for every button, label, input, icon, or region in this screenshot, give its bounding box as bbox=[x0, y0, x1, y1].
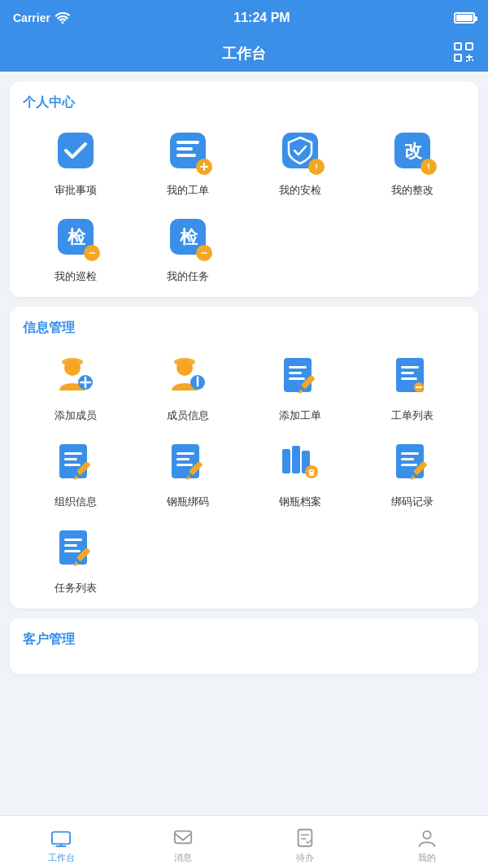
message-tab-label: 消息 bbox=[174, 852, 192, 864]
svg-text:改: 改 bbox=[404, 141, 423, 161]
personal-center-title: 个人中心 bbox=[23, 94, 465, 111]
todo-tab-label: 待办 bbox=[296, 852, 314, 864]
svg-rect-12 bbox=[176, 154, 196, 157]
worklist-icon bbox=[388, 351, 437, 400]
approve-icon bbox=[51, 126, 100, 175]
mywork-icon-wrapper bbox=[162, 124, 214, 177]
addmember-item[interactable]: 添加成员 bbox=[23, 350, 129, 423]
svg-point-18 bbox=[316, 168, 317, 170]
svg-rect-10 bbox=[176, 141, 199, 144]
rectify-label: 我的整改 bbox=[391, 183, 434, 198]
mywork-label: 我的工单 bbox=[167, 183, 209, 198]
bindrecord-icon-wrapper bbox=[386, 436, 438, 488]
svg-rect-50 bbox=[401, 372, 414, 374]
customer-management-title: 客户管理 bbox=[23, 631, 465, 648]
personal-center-grid: 审批事项 bbox=[23, 124, 465, 284]
worklist-item[interactable]: 工单列表 bbox=[359, 350, 465, 423]
patrol-icon-wrapper: 检 bbox=[50, 211, 102, 263]
addmember-icon-wrapper bbox=[50, 350, 102, 402]
mytask-badge bbox=[196, 245, 212, 261]
svg-rect-71 bbox=[396, 444, 424, 478]
svg-rect-67 bbox=[292, 446, 300, 473]
svg-rect-42 bbox=[284, 358, 312, 392]
workbench-tab-icon bbox=[50, 827, 72, 848]
mywork-badge bbox=[196, 159, 212, 175]
orginfo-icon-wrapper bbox=[50, 436, 102, 488]
svg-rect-73 bbox=[401, 458, 414, 460]
svg-rect-87 bbox=[298, 829, 312, 845]
tab-mine[interactable]: 我的 bbox=[366, 821, 488, 864]
svg-rect-2 bbox=[455, 55, 461, 61]
patrol-badge-inner bbox=[87, 248, 97, 258]
tasklist-icon bbox=[51, 524, 100, 573]
svg-rect-70 bbox=[309, 472, 314, 476]
mytask-badge-icon bbox=[199, 248, 209, 258]
svg-point-23 bbox=[428, 168, 429, 170]
orginfo-item[interactable]: 组织信息 bbox=[23, 436, 129, 509]
info-management-title: 信息管理 bbox=[23, 320, 465, 337]
message-tab-icon bbox=[172, 827, 194, 848]
addwork-item[interactable]: 添加工单 bbox=[247, 350, 353, 423]
tasklist-item[interactable]: 任务列表 bbox=[23, 522, 129, 595]
patrol-badge bbox=[84, 245, 100, 261]
svg-rect-49 bbox=[401, 366, 419, 369]
bindbottle-label: 钢瓶绑码 bbox=[167, 495, 209, 509]
tasklist-label: 任务列表 bbox=[54, 581, 97, 595]
tab-workbench[interactable]: 工作台 bbox=[0, 821, 122, 864]
status-right bbox=[454, 12, 475, 24]
bindbottle-item[interactable]: 钢瓶绑码 bbox=[135, 436, 241, 509]
orginfo-icon bbox=[51, 438, 100, 486]
wifi-icon bbox=[55, 12, 70, 24]
scroll-content: 个人中心 审批事项 bbox=[0, 72, 488, 731]
carrier-label: Carrier bbox=[13, 11, 50, 24]
safety-item[interactable]: 我的安检 bbox=[247, 124, 353, 198]
svg-rect-74 bbox=[401, 464, 417, 466]
bindrecord-item[interactable]: 绑码记录 bbox=[359, 436, 465, 509]
svg-point-33 bbox=[62, 358, 83, 366]
memberinfo-icon bbox=[163, 351, 212, 400]
svg-point-90 bbox=[423, 831, 430, 838]
approve-label: 审批事项 bbox=[54, 183, 97, 198]
svg-rect-77 bbox=[59, 530, 87, 565]
svg-rect-55 bbox=[64, 452, 82, 455]
svg-rect-43 bbox=[289, 366, 307, 369]
safety-icon-wrapper bbox=[274, 124, 326, 177]
mine-tab-icon bbox=[416, 827, 438, 848]
svg-rect-60 bbox=[172, 444, 199, 478]
safety-badge-icon bbox=[312, 162, 321, 172]
svg-rect-79 bbox=[64, 544, 77, 547]
svg-point-41 bbox=[197, 377, 199, 379]
mytask-icon-wrapper: 检 bbox=[162, 211, 214, 263]
svg-rect-44 bbox=[289, 372, 302, 374]
memberinfo-item[interactable]: 成员信息 bbox=[135, 350, 241, 423]
status-bar: Carrier 11:24 PM bbox=[0, 0, 488, 36]
mytask-label: 我的任务 bbox=[167, 269, 209, 284]
orginfo-label: 组织信息 bbox=[54, 495, 97, 509]
nav-bar: 工作台 bbox=[0, 36, 488, 72]
scan-button[interactable] bbox=[452, 41, 475, 67]
svg-rect-11 bbox=[176, 147, 193, 150]
patrol-item[interactable]: 检 我的巡检 bbox=[23, 211, 129, 284]
mywork-item[interactable]: 我的工单 bbox=[135, 124, 241, 198]
mytask-item[interactable]: 检 我的任务 bbox=[135, 211, 241, 284]
svg-rect-86 bbox=[175, 831, 191, 843]
tab-todo[interactable]: 待办 bbox=[244, 821, 366, 864]
tab-message[interactable]: 消息 bbox=[122, 821, 244, 864]
svg-rect-83 bbox=[52, 831, 70, 844]
memberinfo-label: 成员信息 bbox=[167, 408, 209, 423]
rectify-icon-wrapper: 改 bbox=[386, 124, 438, 177]
rectify-item[interactable]: 改 我的整改 bbox=[359, 124, 465, 198]
safety-label: 我的安检 bbox=[279, 183, 321, 198]
mine-tab-label: 我的 bbox=[418, 852, 436, 864]
svg-rect-1 bbox=[466, 43, 473, 50]
bindrecord-label: 绑码记录 bbox=[391, 495, 434, 509]
svg-text:检: 检 bbox=[179, 227, 198, 247]
svg-text:检: 检 bbox=[67, 227, 86, 247]
worklist-icon-wrapper bbox=[386, 350, 438, 402]
svg-rect-8 bbox=[58, 133, 94, 168]
approve-item[interactable]: 审批事项 bbox=[23, 124, 129, 198]
memberinfo-icon-wrapper bbox=[162, 350, 214, 402]
svg-rect-62 bbox=[176, 458, 190, 460]
bottlefile-item[interactable]: 钢瓶档案 bbox=[247, 436, 353, 509]
info-management-card: 信息管理 添加成员 bbox=[10, 307, 478, 608]
